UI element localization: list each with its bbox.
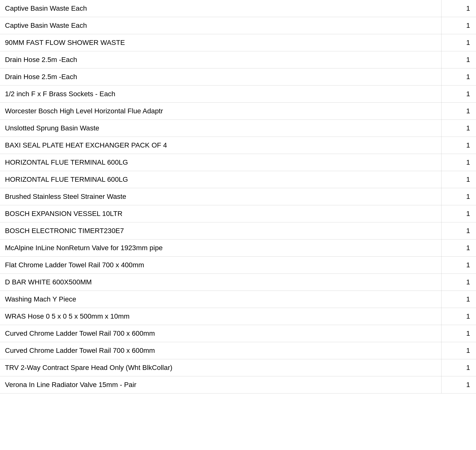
item-name: D BAR WHITE 600X500MM: [0, 274, 441, 291]
table-row: Curved Chrome Ladder Towel Rail 700 x 60…: [0, 342, 476, 359]
table-row: Washing Mach Y Piece1: [0, 291, 476, 308]
table-row: BOSCH EXPANSION VESSEL 10LTR1: [0, 205, 476, 222]
item-qty: 1: [441, 0, 476, 17]
table-row: Drain Hose 2.5m -Each1: [0, 68, 476, 86]
item-qty: 1: [441, 291, 476, 308]
item-qty: 1: [441, 376, 476, 393]
item-name: WRAS Hose 0 5 x 0 5 x 500mm x 10mm: [0, 308, 441, 325]
item-qty: 1: [441, 86, 476, 103]
item-qty: 1: [441, 342, 476, 359]
item-qty: 1: [441, 120, 476, 137]
item-name: Unslotted Sprung Basin Waste: [0, 120, 441, 137]
item-name: 90MM FAST FLOW SHOWER WASTE: [0, 34, 441, 51]
item-qty: 1: [441, 222, 476, 240]
item-name: Captive Basin Waste Each: [0, 17, 441, 34]
item-name: Drain Hose 2.5m -Each: [0, 51, 441, 68]
table-row: Unslotted Sprung Basin Waste1: [0, 120, 476, 137]
item-name: Worcester Bosch High Level Horizontal Fl…: [0, 103, 441, 120]
main-container: Captive Basin Waste Each1Captive Basin W…: [0, 0, 476, 450]
table-row: BAXI SEAL PLATE HEAT EXCHANGER PACK OF 4…: [0, 137, 476, 154]
table-row: Brushed Stainless Steel Strainer Waste1: [0, 188, 476, 205]
item-name: 1/2 inch F x F Brass Sockets - Each: [0, 86, 441, 103]
item-name: Drain Hose 2.5m -Each: [0, 68, 441, 86]
item-qty: 1: [441, 154, 476, 171]
item-qty: 1: [441, 171, 476, 188]
item-qty: 1: [441, 68, 476, 86]
table-row: Verona In Line Radiator Valve 15mm - Pai…: [0, 376, 476, 393]
table-row: 1/2 inch F x F Brass Sockets - Each1: [0, 86, 476, 103]
table-row: HORIZONTAL FLUE TERMINAL 600LG1: [0, 154, 476, 171]
item-qty: 1: [441, 137, 476, 154]
table-row: Captive Basin Waste Each1: [0, 0, 476, 17]
item-name: Captive Basin Waste Each: [0, 0, 441, 17]
item-name: BAXI SEAL PLATE HEAT EXCHANGER PACK OF 4: [0, 137, 441, 154]
item-name: Curved Chrome Ladder Towel Rail 700 x 60…: [0, 342, 441, 359]
item-name: HORIZONTAL FLUE TERMINAL 600LG: [0, 171, 441, 188]
table-row: HORIZONTAL FLUE TERMINAL 600LG1: [0, 171, 476, 188]
items-table: Captive Basin Waste Each1Captive Basin W…: [0, 0, 476, 393]
table-row: Drain Hose 2.5m -Each1: [0, 51, 476, 68]
item-name: HORIZONTAL FLUE TERMINAL 600LG: [0, 154, 441, 171]
item-name: BOSCH ELECTRONIC TIMERT230E7: [0, 222, 441, 240]
table-row: TRV 2-Way Contract Spare Head Only (Wht …: [0, 359, 476, 376]
item-qty: 1: [441, 274, 476, 291]
table-row: BOSCH ELECTRONIC TIMERT230E71: [0, 222, 476, 240]
item-qty: 1: [441, 51, 476, 68]
item-qty: 1: [441, 17, 476, 34]
item-name: TRV 2-Way Contract Spare Head Only (Wht …: [0, 359, 441, 376]
table-row: McAlpine InLine NonReturn Valve for 1923…: [0, 240, 476, 257]
table-row: Flat Chrome Ladder Towel Rail 700 x 400m…: [0, 257, 476, 274]
item-qty: 1: [441, 188, 476, 205]
table-row: WRAS Hose 0 5 x 0 5 x 500mm x 10mm1: [0, 308, 476, 325]
item-qty: 1: [441, 34, 476, 51]
item-name: Flat Chrome Ladder Towel Rail 700 x 400m…: [0, 257, 441, 274]
table-row: Captive Basin Waste Each1: [0, 17, 476, 34]
item-name: Washing Mach Y Piece: [0, 291, 441, 308]
item-qty: 1: [441, 257, 476, 274]
item-qty: 1: [441, 359, 476, 376]
item-name: McAlpine InLine NonReturn Valve for 1923…: [0, 240, 441, 257]
table-row: D BAR WHITE 600X500MM1: [0, 274, 476, 291]
item-qty: 1: [441, 325, 476, 342]
table-row: Worcester Bosch High Level Horizontal Fl…: [0, 103, 476, 120]
item-name: BOSCH EXPANSION VESSEL 10LTR: [0, 205, 441, 222]
table-row: Curved Chrome Ladder Towel Rail 700 x 60…: [0, 325, 476, 342]
item-name: Brushed Stainless Steel Strainer Waste: [0, 188, 441, 205]
item-name: Verona In Line Radiator Valve 15mm - Pai…: [0, 376, 441, 393]
item-qty: 1: [441, 308, 476, 325]
table-row: 90MM FAST FLOW SHOWER WASTE1: [0, 34, 476, 51]
item-name: Curved Chrome Ladder Towel Rail 700 x 60…: [0, 325, 441, 342]
item-qty: 1: [441, 103, 476, 120]
item-qty: 1: [441, 205, 476, 222]
item-qty: 1: [441, 240, 476, 257]
